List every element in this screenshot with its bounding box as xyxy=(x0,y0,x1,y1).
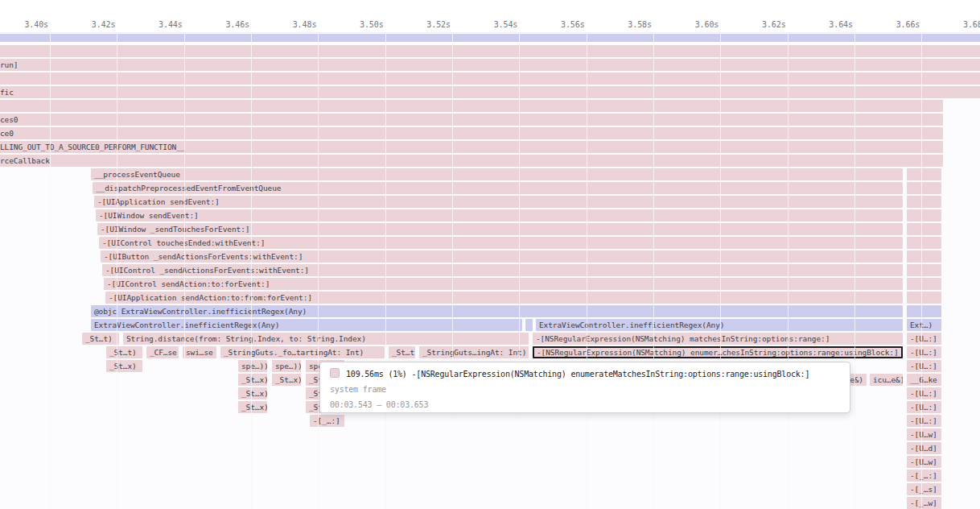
gridline-overlay xyxy=(921,34,922,509)
ruler-tick-label: 3.42s xyxy=(59,20,115,29)
flame-box[interactable]: @objc ExtraViewController.inefficientReg… xyxy=(91,305,903,317)
ruler-tick-label: 3.62s xyxy=(730,20,786,29)
flame-box[interactable]: -[_…s] xyxy=(907,483,941,495)
flame-box[interactable]: -[U…:] xyxy=(907,346,941,358)
flame-box[interactable]: rceCallback xyxy=(0,155,943,167)
ruler-tick-label: 3.52s xyxy=(394,20,451,29)
flame-box[interactable]: -[_…w] xyxy=(907,497,941,509)
gridline-overlay xyxy=(452,34,453,509)
flame-box[interactable]: -[U…:] xyxy=(907,387,941,399)
flame-box[interactable]: -[UIApplication sendEvent:] xyxy=(94,196,903,208)
flame-box[interactable]: Ext…) xyxy=(907,319,941,331)
tooltip-title: 109.56ms (1%) -[NSRegularExpression(NSMa… xyxy=(330,368,840,381)
flame-box[interactable]: -[U…:] xyxy=(907,360,941,372)
flame-box[interactable]: -[U…w] xyxy=(907,456,941,468)
ruler-tick-label: 3.50s xyxy=(327,20,384,29)
flame-box[interactable] xyxy=(525,319,533,331)
flame-box[interactable] xyxy=(907,223,941,235)
flame-graph-canvas[interactable]: 3.40s3.42s3.44s3.46s3.48s3.50s3.52s3.54s… xyxy=(0,0,980,509)
gridline-overlay xyxy=(50,34,51,509)
flame-box[interactable]: -[U…:] xyxy=(907,333,941,345)
flame-box[interactable]: ExtraViewController.inefficientRegex(Any… xyxy=(536,319,903,331)
gridline-overlay xyxy=(117,34,117,509)
gridline-overlay xyxy=(587,34,587,509)
ruler-tick-label: 3.66s xyxy=(863,20,920,29)
gridline-overlay xyxy=(184,34,185,509)
flame-box[interactable]: swi…se xyxy=(183,346,216,358)
flame-box[interactable]: spe…)) xyxy=(238,360,267,372)
flame-box[interactable] xyxy=(907,292,941,304)
flame-box[interactable]: -[UIControl _sendActionsForEvents:withEv… xyxy=(102,264,903,276)
ruler-tick-label: 3.64s xyxy=(797,20,853,29)
flame-box[interactable]: _St…x) xyxy=(106,360,142,372)
ruler-tick-label: 3.44s xyxy=(126,20,183,29)
frame-color-swatch-icon xyxy=(330,368,340,378)
flame-box[interactable]: LLING_OUT_TO_A_SOURCE0_PERFORM_FUNCTION_… xyxy=(0,141,943,153)
flame-box[interactable]: -[NSRegularExpression(NSMatching) matche… xyxy=(533,333,903,345)
flame-box[interactable] xyxy=(0,100,943,112)
flame-box-selected[interactable]: -[NSRegularExpression(NSMatching) enumer… xyxy=(533,346,903,358)
flame-box[interactable]: __processEventQueue xyxy=(91,168,903,180)
flame-box[interactable] xyxy=(907,182,941,194)
flame-box[interactable]: -[U…w] xyxy=(907,428,941,441)
ruler-tick-label: 3.48s xyxy=(260,20,316,29)
ruler-tick-label: 3.60s xyxy=(662,20,719,29)
time-ruler[interactable]: 3.40s3.42s3.44s3.46s3.48s3.50s3.52s3.54s… xyxy=(0,0,980,33)
flame-box[interactable]: _St…x) xyxy=(238,387,267,399)
flame-box[interactable] xyxy=(907,209,941,221)
flame-box[interactable] xyxy=(0,34,980,42)
flame-box[interactable]: spe…)) xyxy=(272,360,301,372)
gridline-overlay xyxy=(385,34,386,509)
flame-box[interactable]: -[UIWindow sendEvent:] xyxy=(96,209,903,221)
flame-box[interactable]: fic xyxy=(0,86,980,98)
flame-box[interactable]: ce0 xyxy=(0,127,943,139)
flame-box[interactable] xyxy=(907,264,941,276)
flame-box[interactable] xyxy=(907,305,941,317)
flame-box[interactable]: run] xyxy=(0,59,980,71)
flame-box[interactable]: _St…x) xyxy=(238,401,267,413)
flame-box[interactable]: _CF…se xyxy=(146,346,179,358)
flame-box[interactable]: -[UIWindow _sendTouchesForEvent:] xyxy=(97,223,903,235)
flame-box[interactable] xyxy=(0,72,980,85)
flame-box[interactable]: -[U…:] xyxy=(907,415,941,427)
ruler-tick-label: 3.56s xyxy=(529,20,585,29)
ruler-tick-label: 3.54s xyxy=(461,20,517,29)
flame-box[interactable] xyxy=(907,168,941,180)
flame-box[interactable]: __6…ke xyxy=(907,374,941,386)
flame-box[interactable] xyxy=(907,278,941,290)
flame-box[interactable]: _StringGuts._fo…tartingAt: Int) xyxy=(220,346,385,358)
flame-box[interactable]: _St…t) xyxy=(106,346,142,358)
gridline-overlay xyxy=(251,34,252,509)
flame-box[interactable]: -[U…:] xyxy=(907,401,941,413)
flame-box[interactable]: -[_…:] xyxy=(310,415,344,427)
flame-box[interactable]: -[_…:] xyxy=(907,470,941,482)
flame-box[interactable]: _StringGuts…ingAt: Int) xyxy=(419,346,529,358)
flame-box[interactable] xyxy=(0,45,980,57)
flame-box[interactable]: __dispatchPreprocessedEventFromEventQueu… xyxy=(93,182,903,194)
ruler-tick-label: 3.40s xyxy=(0,20,48,29)
flame-box[interactable]: _St…x) xyxy=(238,374,267,386)
flame-box[interactable]: icu…e&) xyxy=(870,374,903,386)
ruler-tick-label: 3.46s xyxy=(193,20,249,29)
flame-box[interactable]: -[UIApplication sendAction:to:from:forEv… xyxy=(105,292,903,304)
gridline-overlay xyxy=(788,34,789,509)
flame-box[interactable] xyxy=(907,196,941,208)
flame-box[interactable]: -[UIButton _sendActionsForEvents:withEve… xyxy=(101,250,903,263)
flame-box[interactable]: ExtraViewController.inefficientRegex(Any… xyxy=(91,319,522,331)
flame-box[interactable] xyxy=(907,237,941,249)
ruler-tick-label: 3.68s xyxy=(931,20,980,29)
ruler-tick-label: 3.58s xyxy=(595,20,652,29)
flame-box[interactable]: _St…t) xyxy=(82,333,119,345)
tooltip-symbol: -[NSRegularExpression(NSMatching) enumer… xyxy=(412,370,810,379)
gridline-overlay xyxy=(318,34,319,509)
flame-box[interactable]: _St…x) xyxy=(272,374,301,386)
flame-box[interactable]: -[UIControl sendAction:to:forEvent:] xyxy=(104,278,903,290)
flame-box[interactable]: -[UIControl touchesEnded:withEvent:] xyxy=(99,237,903,249)
tooltip-frame-kind: system frame xyxy=(330,383,840,396)
flame-box[interactable] xyxy=(907,250,941,263)
flame-box[interactable]: -[U…d] xyxy=(907,442,941,454)
flame-box[interactable]: _St…t) xyxy=(389,346,415,358)
gridline-overlay xyxy=(519,34,520,509)
flame-box[interactable]: ces0 xyxy=(0,114,943,126)
tooltip-time-range: 00:03.543 — 00:03.653 xyxy=(330,399,840,412)
